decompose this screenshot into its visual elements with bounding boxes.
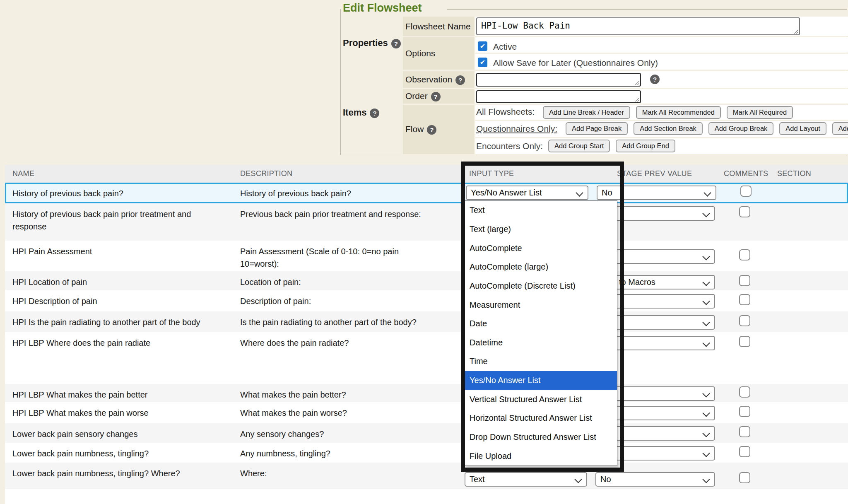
mark-all-recommended-button[interactable]: Mark All Recommended <box>636 106 721 119</box>
table-row[interactable]: Lower back pain numbness, tingling? Any … <box>5 443 848 463</box>
table-row[interactable]: HPI Location of pain Location of pain: t… <box>5 271 848 290</box>
comments-checkbox[interactable] <box>739 426 750 437</box>
flowsheet-name-input[interactable]: HPI-Low Back Pain <box>476 17 800 35</box>
column-header: NAME <box>12 165 34 183</box>
comments-checkbox[interactable] <box>740 186 752 197</box>
add-page-break-button[interactable]: Add Page Break <box>566 122 628 135</box>
add-line-break-header-button[interactable]: Add Line Break / Header <box>543 106 630 119</box>
flow-label: Flow <box>403 124 436 135</box>
order-label: Order <box>403 91 441 101</box>
comments-checkbox[interactable] <box>739 406 750 417</box>
table-row[interactable]: HPI LBP What makes the pain worse What m… <box>5 402 848 423</box>
chevron-down-icon <box>702 390 710 397</box>
chevron-down-icon <box>702 429 710 437</box>
add-group-start-button[interactable]: Add Group Start <box>548 140 610 152</box>
properties-group: Properties <box>341 17 402 70</box>
chevron-down-icon <box>703 189 711 196</box>
fieldset-border <box>340 155 847 155</box>
comments-checkbox[interactable] <box>739 206 750 217</box>
option-active-band <box>475 37 848 53</box>
chevron-down-icon <box>702 210 710 217</box>
comments-checkbox[interactable] <box>739 294 750 305</box>
items-group: Items <box>341 71 402 154</box>
row-widgets <box>5 384 848 402</box>
help-icon[interactable] <box>427 125 436 135</box>
help-icon[interactable] <box>431 92 441 101</box>
observation-label-cell: Observation <box>403 71 474 88</box>
table-rows: History of previous back pain? History o… <box>5 183 848 489</box>
comments-checkbox[interactable] <box>739 315 750 326</box>
items-label: Items <box>341 107 379 118</box>
observation-input[interactable] <box>476 73 641 87</box>
flowsheet-name-label: Flowsheet Name <box>403 22 471 31</box>
table-row[interactable]: HPI LBP Where does the pain radiate Wher… <box>5 332 848 384</box>
chevron-down-icon <box>702 449 710 457</box>
help-icon[interactable] <box>391 39 401 48</box>
options-label: Options <box>403 48 435 58</box>
chevron-down-icon <box>702 409 710 417</box>
help-icon[interactable] <box>650 75 660 84</box>
chevron-down-icon <box>702 297 710 305</box>
flow-button-row: Add Page BreakAdd Section BreakAdd Group… <box>566 122 848 135</box>
comments-checkbox[interactable] <box>739 446 750 457</box>
row-widgets <box>5 443 848 463</box>
chevron-down-icon <box>702 318 710 326</box>
row-widgets <box>5 423 848 443</box>
order-input[interactable] <box>476 90 641 103</box>
table-row[interactable]: HPI LBP What makes the pain better What … <box>5 384 848 402</box>
flow-button-row: Add Line Break / HeaderMark All Recommen… <box>543 106 793 119</box>
flow-group-label: Encounters Only: <box>476 141 543 151</box>
mark-all-required-button[interactable]: Mark All Required <box>727 106 793 119</box>
flowsheet-name-label-cell: Flowsheet Name <box>403 17 474 36</box>
stage-prev-value-select[interactable]: No <box>595 472 715 487</box>
flowsheet-items-table: NAMEDESCRIPTIONINPUT TYPESTAGE PREV VALU… <box>5 165 848 504</box>
options-label-cell: Options <box>403 37 474 70</box>
table-row[interactable]: HPI Is the pain radiating to another par… <box>5 311 848 332</box>
flow-group-label: All Flowsheets: <box>476 107 535 117</box>
row-widgets <box>5 332 848 384</box>
table-row[interactable]: Lower back pain sensory changes Any sens… <box>5 423 848 443</box>
help-icon[interactable] <box>455 75 465 85</box>
comments-checkbox[interactable] <box>739 275 750 286</box>
table-row[interactable]: Lower back pain numbness, tingling? Wher… <box>5 463 848 489</box>
order-label-cell: Order <box>403 89 474 104</box>
chevron-down-icon <box>702 475 710 483</box>
properties-label: Properties <box>341 38 401 48</box>
flow-button-row: Add Group StartAdd Group End <box>548 140 675 152</box>
table-header-row: NAMEDESCRIPTIONINPUT TYPESTAGE PREV VALU… <box>5 165 848 183</box>
flow-label-cell: Flow <box>403 105 474 154</box>
row-widgets <box>5 311 848 332</box>
flowsheet-editor-page: Edit Flowsheet Properties Items Flowshee… <box>0 0 848 504</box>
active-checkbox-label: Active <box>493 42 517 52</box>
column-header: STAGE PREV VALUE <box>617 165 692 183</box>
row-widgets: to Macros <box>5 271 848 290</box>
column-header: COMMENTS <box>724 165 768 183</box>
comments-checkbox[interactable] <box>739 472 750 483</box>
add-layout-button[interactable]: Add Layout <box>779 122 826 135</box>
column-header: DESCRIPTION <box>240 165 292 183</box>
save-for-later-checkbox[interactable] <box>478 58 487 67</box>
row-widgets: Text No <box>5 463 848 489</box>
row-widgets <box>5 203 848 241</box>
page-title: Edit Flowsheet <box>343 2 422 14</box>
comments-checkbox[interactable] <box>739 386 750 398</box>
comments-checkbox[interactable] <box>739 249 750 260</box>
row-widgets <box>5 241 848 271</box>
chevron-down-icon <box>574 475 582 483</box>
add-section-break-button[interactable]: Add Section Break <box>634 122 703 135</box>
comments-checkbox[interactable] <box>739 336 750 347</box>
add-scriptlet-button[interactable]: Add Scriptlet <box>832 122 848 135</box>
add-group-break-button[interactable]: Add Group Break <box>708 122 774 135</box>
row-widgets <box>5 402 848 423</box>
chevron-down-icon <box>702 339 710 347</box>
input-type-select[interactable]: Text <box>465 472 587 487</box>
table-row[interactable]: HPI Pain Assessment Pain Assessment (Sca… <box>5 241 848 271</box>
table-row[interactable]: HPI Description of pain Description of p… <box>5 290 848 311</box>
table-row[interactable]: History of previous back pain? History o… <box>5 183 848 203</box>
row-widgets <box>5 290 848 311</box>
active-checkbox[interactable] <box>478 41 487 51</box>
add-group-end-button[interactable]: Add Group End <box>616 140 675 152</box>
help-icon[interactable] <box>370 109 379 118</box>
save-for-later-checkbox-label: Allow Save for Later (Questionnaires Onl… <box>493 58 658 68</box>
table-row[interactable]: History of previous back pain prior trea… <box>5 203 848 241</box>
